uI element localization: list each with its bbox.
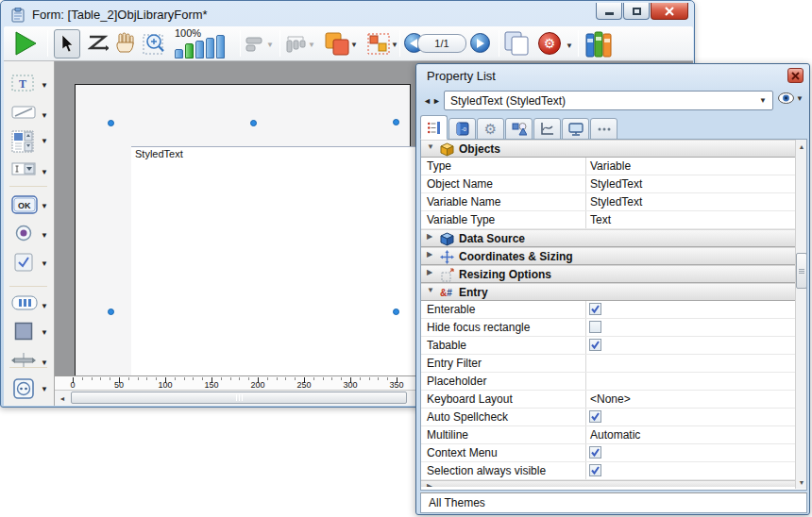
auto-spellcheck-checkbox[interactable]	[589, 410, 601, 423]
collapse-icon[interactable]	[427, 142, 436, 151]
tab-settings[interactable]: ⚙	[477, 118, 504, 140]
tab-property-list[interactable]	[420, 115, 448, 140]
tab-events[interactable]	[533, 118, 561, 140]
theme-filter-bar[interactable]: All Themes	[420, 492, 807, 513]
page-indicator[interactable]: 1/1	[417, 34, 466, 53]
level-dropdown-arrow[interactable]: ▼	[350, 41, 358, 49]
entry-order-tool-button[interactable]	[87, 34, 110, 53]
radio-button-tool[interactable]: ▼	[4, 223, 55, 247]
zoom-bar-50[interactable]	[175, 49, 183, 58]
expand-icon[interactable]	[427, 232, 436, 241]
move-tool-button[interactable]	[114, 32, 137, 55]
form-pages-button[interactable]	[504, 31, 530, 57]
panel-close-button[interactable]	[787, 68, 804, 83]
close-button[interactable]	[651, 3, 688, 20]
object-library-button[interactable]	[585, 30, 614, 58]
context-menu-checkbox[interactable]	[589, 446, 601, 459]
execute-form-button[interactable]	[12, 30, 39, 57]
line-tool[interactable]: ▼	[4, 103, 55, 127]
object-selector-dropdown[interactable]: StyledText (StyledText) ▼	[444, 91, 773, 110]
group-tool-button[interactable]: ▼	[367, 33, 398, 56]
splitter-tool[interactable]: ▼	[4, 350, 55, 375]
scrollbar-thumb[interactable]	[71, 392, 407, 404]
expand-icon[interactable]	[427, 268, 436, 276]
hand-icon	[114, 32, 137, 55]
selection-always-visible-checkbox[interactable]	[589, 464, 601, 476]
next-section-partial[interactable]	[421, 480, 795, 487]
distribute-tool-button[interactable]: ▼	[285, 34, 315, 55]
align-tool-button[interactable]: ▼	[245, 36, 274, 53]
tab-objects[interactable]	[505, 118, 533, 140]
titlebar[interactable]: Form: [Table_2]ObjLibraryForm*	[4, 3, 691, 26]
group-dropdown-arrow[interactable]: ▼	[391, 41, 398, 49]
zoom-bar-100[interactable]	[185, 43, 194, 58]
property-grid-scrollbar[interactable]: ▲ ▼	[795, 140, 807, 489]
chevron-down-icon[interactable]: ▼	[796, 94, 804, 103]
zoom-bar-800[interactable]	[216, 35, 225, 58]
rectangle-tool-icon	[14, 322, 33, 344]
next-object-icon[interactable]: ►	[432, 96, 442, 106]
dropdown-arrow[interactable]: ▼	[41, 302, 48, 310]
next-page-button[interactable]	[470, 33, 490, 53]
enterable-checkbox[interactable]	[589, 303, 601, 315]
dropdown-arrow[interactable]: ▼	[41, 137, 48, 145]
text-tool[interactable]: T ▼	[4, 73, 55, 97]
dropdown-arrow[interactable]: ▼	[41, 259, 48, 268]
selection-handle-middle-left[interactable]	[108, 309, 114, 315]
button-grid-tool[interactable]: ▼	[4, 293, 55, 318]
zoom-bar-400[interactable]	[206, 38, 214, 58]
checkbox-tool[interactable]: ▼	[4, 251, 55, 275]
level-tool-button[interactable]: ▼	[325, 32, 358, 57]
dropdown-arrow[interactable]: ▼	[41, 168, 48, 176]
section-objects[interactable]: Objects	[421, 140, 795, 158]
dropdown-arrow[interactable]: ▼	[41, 202, 48, 210]
maximize-button[interactable]	[623, 3, 650, 20]
checkbox-tool-icon	[14, 253, 33, 275]
scroll-left-icon[interactable]: ◄	[56, 392, 69, 405]
zoom-tool-button[interactable]	[143, 31, 167, 56]
minimize-button[interactable]	[596, 3, 622, 20]
combobox-tool[interactable]: ▼	[4, 159, 55, 184]
scroll-up-icon[interactable]: ▲	[796, 140, 807, 153]
pointer-tool-button[interactable]	[54, 29, 80, 58]
hide-focus-rectangle-checkbox[interactable]	[589, 321, 601, 333]
dropdown-arrow[interactable]: ▼	[41, 111, 48, 120]
plugin-area-tool[interactable]: ▼	[4, 376, 55, 401]
button-tool[interactable]: OK ▼	[4, 193, 55, 218]
rectangle-tool[interactable]: ▼	[4, 320, 55, 344]
prev-object-icon[interactable]: ◄	[423, 96, 432, 106]
distribute-dropdown-arrow[interactable]: ▼	[308, 41, 315, 49]
expand-icon[interactable]	[427, 250, 436, 258]
tab-more[interactable]	[590, 118, 617, 140]
dropdown-arrow[interactable]: ▼	[41, 81, 48, 90]
section-coordinates-sizing[interactable]: Coordinates & Sizing	[421, 247, 795, 265]
section-data-source[interactable]: Data Source	[421, 229, 795, 247]
dropdown-arrow[interactable]: ▼	[41, 359, 48, 367]
styledtext-object[interactable]: StyledText	[131, 146, 418, 375]
property-row: Variable NameStyledText	[421, 193, 795, 211]
scroll-down-icon[interactable]: ▼	[796, 475, 807, 489]
tab-display[interactable]	[562, 118, 589, 140]
scrollbar-thumb[interactable]	[796, 253, 807, 289]
selection-handle-top-middle[interactable]	[250, 120, 257, 126]
section-resizing-options[interactable]: Resizing Options	[421, 265, 795, 283]
align-dropdown-arrow[interactable]: ▼	[266, 41, 274, 49]
dropdown-arrow[interactable]: ▼	[41, 328, 48, 337]
form-page[interactable]: StyledText ▲	[75, 84, 411, 375]
tabable-checkbox[interactable]	[589, 339, 601, 351]
selection-handle-middle-right[interactable]	[393, 309, 399, 315]
zoom-bars-widget[interactable]	[175, 34, 233, 58]
dropdown-arrow[interactable]: ▼	[41, 385, 48, 393]
actions-menu-button[interactable]: ⚙	[538, 32, 561, 55]
object-prev-next-buttons[interactable]: ◄►	[423, 93, 443, 108]
selection-handle-top-left[interactable]	[108, 120, 114, 126]
section-entry[interactable]: &# Entry	[421, 283, 795, 301]
tab-book[interactable]: -0	[448, 118, 476, 140]
collapse-icon[interactable]	[427, 286, 436, 294]
listbox-tool[interactable]: ▼	[4, 128, 55, 153]
zoom-bar-200[interactable]	[195, 41, 204, 58]
view-options-button[interactable]: ▼	[778, 92, 804, 104]
dropdown-arrow[interactable]: ▼	[41, 231, 48, 240]
selection-handle-top-right[interactable]	[393, 119, 399, 125]
actions-dropdown-arrow[interactable]: ▼	[566, 42, 573, 50]
